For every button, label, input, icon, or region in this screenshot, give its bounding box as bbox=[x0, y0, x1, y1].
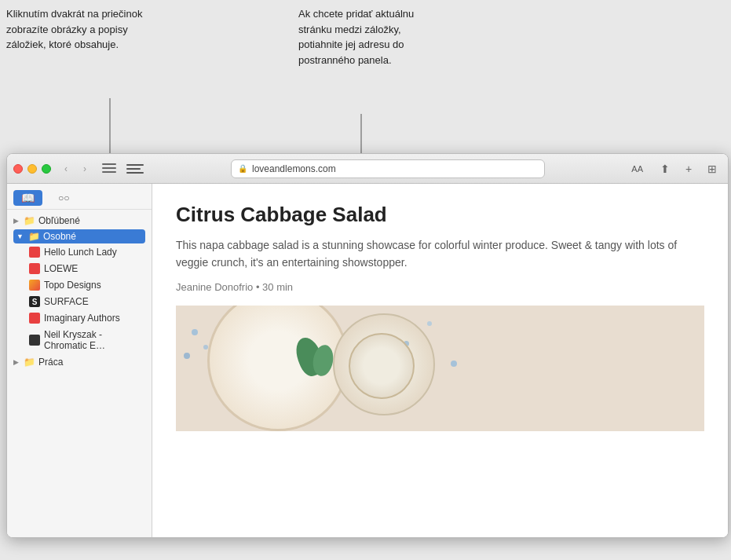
praca-label: Práca bbox=[38, 357, 63, 368]
title-bar: ‹ › 🔒 loveandlemons.com AA ⬆ bbox=[7, 154, 728, 184]
article-meta: Jeanine Donofrio • 30 min bbox=[176, 281, 704, 293]
toolbar-right: ⬆ + ⊞ bbox=[656, 160, 722, 178]
neil-kryszak-label: Neil Kryszak - Chromatic E… bbox=[44, 329, 139, 351]
favicon-imaginary-authors bbox=[29, 313, 40, 324]
loewe-label: LOEWE bbox=[44, 263, 78, 274]
chevron-right-icon-praca: ▶ bbox=[13, 358, 19, 366]
folder-icon: 📁 bbox=[24, 215, 35, 226]
sidebar-item-praca[interactable]: ▶ 📁 Práca bbox=[10, 354, 148, 370]
lock-icon: 🔒 bbox=[238, 164, 247, 173]
chevron-right-icon: ▶ bbox=[13, 217, 19, 225]
imaginary-authors-label: Imaginary Authors bbox=[44, 313, 120, 324]
hello-lunch-lady-label: Hello Lunch Lady bbox=[44, 247, 117, 258]
bookmarks-tab[interactable]: 📖 bbox=[13, 190, 42, 206]
oblubene-label: Obľúbené bbox=[38, 215, 80, 226]
forward-button[interactable]: › bbox=[76, 161, 93, 177]
main-content: Citrus Cabbage Salad This napa cabbage s… bbox=[152, 184, 728, 537]
topo-designs-label: Topo Designs bbox=[44, 280, 101, 291]
browser-window: ‹ › 🔒 loveandlemons.com AA ⬆ bbox=[6, 153, 729, 538]
browser-content: 📖 ○○ ▶ 📁 Obľúbené ▼ 📁 Osobné Hell bbox=[7, 184, 728, 537]
annotation-top-right: Ak chcete pridať aktuálnu stránku medzi … bbox=[298, 6, 503, 68]
reading-list-tab[interactable]: ○○ bbox=[55, 191, 73, 205]
article-image bbox=[176, 306, 704, 431]
article-title: Citrus Cabbage Salad bbox=[176, 203, 704, 227]
favicon-topo-designs bbox=[29, 280, 40, 291]
traffic-lights bbox=[13, 164, 51, 174]
new-tab-button[interactable]: ⊞ bbox=[703, 160, 722, 178]
add-tab-button[interactable]: + bbox=[679, 160, 698, 178]
favicon-neil-kryszak bbox=[29, 335, 40, 346]
nav-buttons: ‹ › bbox=[57, 161, 93, 177]
bookmarks-sidebar: 📖 ○○ ▶ 📁 Obľúbené ▼ 📁 Osobné Hell bbox=[7, 184, 152, 537]
sidebar-toggle-button[interactable] bbox=[98, 160, 120, 178]
sidebar-item-topo-designs[interactable]: Topo Designs bbox=[13, 277, 145, 293]
back-button[interactable]: ‹ bbox=[57, 161, 75, 177]
share-button[interactable]: ⬆ bbox=[656, 160, 674, 178]
close-button[interactable] bbox=[13, 164, 23, 174]
sidebar-item-neil-kryszak[interactable]: Neil Kryszak - Chromatic E… bbox=[13, 327, 145, 353]
sidebar-item-osobne[interactable]: ▼ 📁 Osobné bbox=[13, 229, 145, 243]
osobne-label: Osobné bbox=[43, 231, 76, 242]
reader-display-button[interactable]: AA bbox=[631, 164, 643, 174]
url-text: loveandlemons.com bbox=[252, 163, 336, 174]
annotation-top-left: Kliknutím dvakrát na priečinok zobrazíte… bbox=[6, 6, 179, 53]
sidebar-item-imaginary-authors[interactable]: Imaginary Authors bbox=[13, 310, 145, 326]
chevron-down-icon: ▼ bbox=[16, 232, 24, 240]
address-bar[interactable]: 🔒 loveandlemons.com bbox=[231, 159, 545, 178]
folder-icon: 📁 bbox=[28, 231, 40, 242]
article-description: This napa cabbage salad is a stunning sh… bbox=[176, 236, 704, 272]
surface-label: SURFACE bbox=[44, 296, 89, 307]
sidebar-item-loewe[interactable]: LOEWE bbox=[13, 261, 145, 276]
sidebar-item-oblubene[interactable]: ▶ 📁 Obľúbené bbox=[10, 213, 148, 229]
favicon-hello-lunch-lady bbox=[29, 247, 40, 258]
sidebar-tab-bar: 📖 ○○ bbox=[7, 187, 152, 210]
minimize-button[interactable] bbox=[27, 164, 37, 174]
address-bar-wrapper: 🔒 loveandlemons.com AA bbox=[126, 159, 649, 178]
favicon-surface: S bbox=[29, 296, 40, 307]
sidebar-toggle-icon bbox=[102, 163, 116, 174]
maximize-button[interactable] bbox=[42, 164, 51, 174]
reader-mode-icon[interactable] bbox=[126, 163, 144, 175]
favicon-loewe bbox=[29, 263, 40, 274]
folder-icon-praca: 📁 bbox=[24, 357, 35, 368]
sidebar-item-surface[interactable]: S SURFACE bbox=[13, 294, 145, 309]
sidebar-item-hello-lunch-lady[interactable]: Hello Lunch Lady bbox=[13, 244, 145, 260]
